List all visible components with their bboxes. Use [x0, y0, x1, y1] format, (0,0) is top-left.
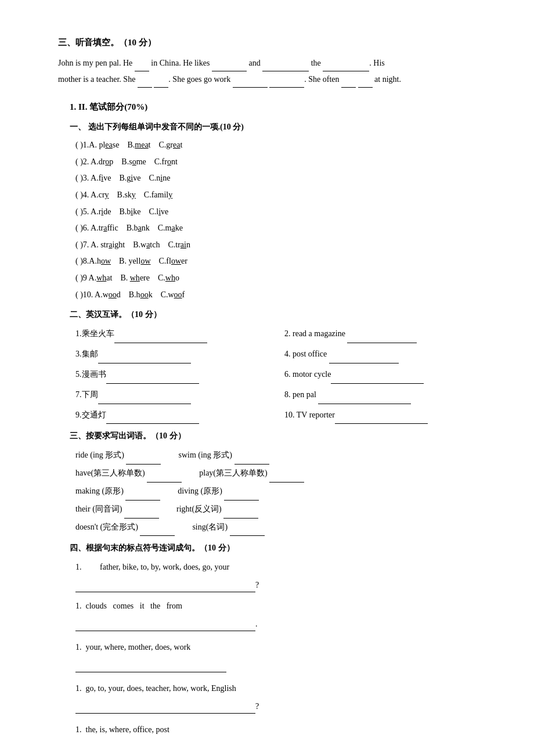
- sentence-item-1: 1. father, bike, to, by, work, does, go,…: [75, 559, 488, 592]
- list-item: ( )6. A.traffic B.bank C.make: [75, 221, 488, 236]
- trans-blank: [329, 363, 399, 363]
- section2-title: 二、英汉互译。（10 分）: [70, 307, 488, 322]
- listening-text-line1: John is my pen pal. He in China. He like…: [58, 55, 488, 71]
- section3-title: 三、按要求写出词语。（10 分）: [70, 429, 488, 443]
- list-item: ( )3. A.five B.give C.nine: [75, 171, 488, 186]
- word-form-section: ride (ing 形式) swim (ing 形式) have(第三人称单数)…: [75, 447, 488, 536]
- word-form-row: have(第三人称单数) play(第三人称单数): [75, 465, 488, 483]
- trans-blank: [331, 383, 424, 384]
- trans-blank: [335, 423, 428, 424]
- list-item: ( )5. A.ride B.bike C.live: [75, 204, 488, 220]
- list-item: ( )4. A.cry B.sky C.family: [75, 188, 488, 203]
- choice-list: ( )1.A. please B.meat C.great ( )2. A.dr…: [75, 138, 488, 303]
- blank-7: [233, 87, 268, 88]
- sentence-item-3: 1. your, where, mother, does, work: [75, 639, 488, 672]
- sentence-item-4: 1. go, to, your, does, teacher, how, wor…: [75, 681, 488, 714]
- word-form-row: ride (ing 形式) swim (ing 形式): [75, 447, 488, 465]
- list-item: ( )8.A.how B. yellow C.flower: [75, 254, 488, 269]
- section2: 二、英汉互译。（10 分） 1.乘坐火车 2. read a magazine …: [58, 307, 488, 424]
- word-blank: [140, 535, 175, 536]
- list-item: ( )1.A. please B.meat C.great: [75, 138, 488, 153]
- answer-line-2: [75, 631, 255, 631]
- list-item: ( )9 A.what B. where C.who: [75, 271, 488, 286]
- trans-item: 5.漫画书: [75, 366, 279, 384]
- trans-blank: [106, 423, 199, 424]
- sentence-item-2: 1. clouds comes it the from .: [75, 598, 488, 631]
- trans-item: 8. pen pal: [284, 386, 488, 404]
- word-form-row: doesn't (完全形式) sing(名词): [75, 519, 488, 537]
- list-item: ( )10. A.wood B.hook C.woof: [75, 287, 488, 303]
- translation-grid: 1.乘坐火车 2. read a magazine 3.集邮 4. post o…: [75, 325, 488, 424]
- sentence-section: 1. father, bike, to, by, work, does, go,…: [75, 559, 488, 739]
- trans-blank: [98, 404, 191, 404]
- word-blank: [230, 535, 265, 536]
- blank-10: [358, 87, 373, 88]
- section1: 一、 选出下列每组单词中发音不同的一项.(10 分) ( )1.A. pleas…: [58, 120, 488, 303]
- word-form-row: making (原形) diving (原形): [75, 483, 488, 501]
- listening-section: 三、听音填空。（10 分） John is my pen pal. He in …: [58, 35, 488, 88]
- blank-6: [154, 87, 168, 88]
- blank-8: [269, 87, 304, 88]
- section3: 三、按要求写出词语。（10 分） ride (ing 形式) swim (ing…: [58, 429, 488, 536]
- blank-5: [138, 87, 152, 88]
- trans-item: 7.下周: [75, 386, 279, 404]
- listening-title: 三、听音填空。（10 分）: [58, 35, 488, 51]
- listening-text-line2: mother is a teacher. She . She goes go w…: [58, 71, 488, 88]
- answer-line-3: [75, 672, 226, 672]
- answer-line-1: [75, 592, 255, 592]
- word-form-row: their (同音词) right(反义词): [75, 501, 488, 519]
- list-item: ( )2. A.drop B.some C.front: [75, 154, 488, 170]
- trans-item: 6. motor cycle: [284, 366, 488, 384]
- trans-item: 2. read a magazine: [284, 325, 488, 343]
- part-ii-section: 1. II. 笔试部分(70%): [70, 99, 488, 115]
- word-blank: [269, 482, 304, 483]
- section4: 四、根据句末的标点符号连词成句。（10 分） 1. father, bike, …: [58, 541, 488, 738]
- trans-blank: [318, 404, 411, 404]
- blank-9: [341, 87, 356, 88]
- trans-item: 1.乘坐火车: [75, 325, 279, 343]
- trans-item: 3.集邮: [75, 345, 279, 363]
- trans-item: 9.交通灯: [75, 406, 279, 424]
- answer-line-4: [75, 713, 255, 714]
- section1-title: 一、 选出下列每组单词中发音不同的一项.(10 分): [70, 120, 488, 134]
- list-item: ( )7. A. straight B.watch C.train: [75, 237, 488, 253]
- trans-item: 10. TV reporter: [284, 406, 488, 424]
- trans-blank: [98, 363, 191, 363]
- section4-title: 四、根据句末的标点符号连词成句。（10 分）: [70, 541, 488, 555]
- trans-blank: [106, 383, 199, 384]
- sentence-item-5: 1. the, is, where, office, post: [75, 722, 488, 738]
- trans-blank: [114, 343, 207, 343]
- part-ii-title: 1. II. 笔试部分(70%): [70, 102, 147, 111]
- trans-blank: [347, 343, 417, 343]
- trans-item: 4. post office: [284, 345, 488, 363]
